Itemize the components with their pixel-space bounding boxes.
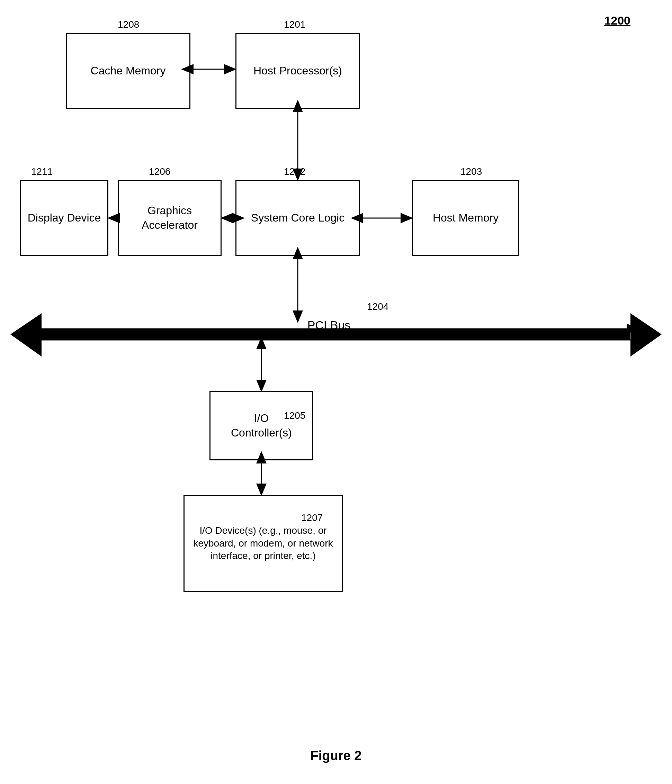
system-core-logic-ref: 1202 xyxy=(284,166,305,177)
diagram-number: 1200 xyxy=(604,14,630,27)
host-memory-block: Host Memory xyxy=(412,180,519,256)
svg-marker-10 xyxy=(10,313,42,356)
graphics-accelerator-block: Graphics Accelerator xyxy=(118,180,222,256)
io-controller-ref: 1205 xyxy=(284,410,305,421)
io-device-ref: 1207 xyxy=(301,512,323,523)
cache-memory-ref: 1208 xyxy=(118,19,139,30)
arrows-svg xyxy=(0,0,672,784)
graphics-accelerator-ref: 1206 xyxy=(149,166,170,177)
figure-label: Figure 2 xyxy=(0,748,672,763)
pci-bus-ref: 1204 xyxy=(367,301,389,312)
cache-memory-block: Cache Memory xyxy=(66,33,190,109)
host-processor-block: Host Processor(s) xyxy=(235,33,360,109)
pci-bus-label: PCI Bus xyxy=(242,319,415,332)
io-controller-block: I/OController(s) xyxy=(210,391,313,460)
svg-marker-11 xyxy=(630,313,662,356)
display-device-ref: 1211 xyxy=(31,166,53,177)
io-device-block: I/O Device(s) (e.g., mouse, or keyboard,… xyxy=(184,495,343,592)
display-device-block: Display Device xyxy=(20,180,108,256)
host-processor-ref: 1201 xyxy=(284,19,305,30)
host-memory-ref: 1203 xyxy=(460,166,482,177)
system-core-logic-block: System Core Logic xyxy=(235,180,360,256)
diagram-container: 1200 Cache Memory 1208 Host Processor(s)… xyxy=(0,0,672,784)
